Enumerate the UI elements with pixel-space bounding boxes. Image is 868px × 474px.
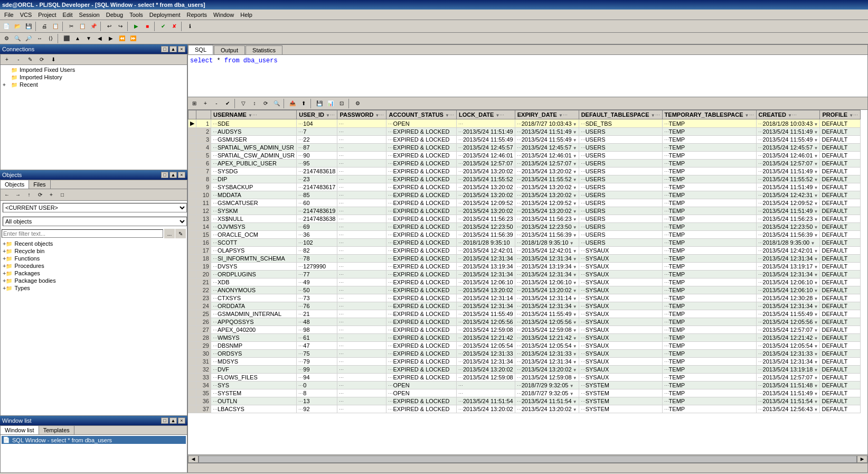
expand-default_tablespace-btn[interactable]: ⋯ (581, 336, 586, 341)
expand-username-btn[interactable]: ⋯ (213, 193, 218, 198)
print-btn[interactable]: 🖨 (39, 22, 50, 31)
expand-user_id-btn[interactable]: ⋯ (298, 328, 303, 333)
expand-password-btn[interactable]: ⋯ (339, 312, 344, 317)
table-row[interactable]: 37⋯LBACSYS⋯92⋯ ⋯EXPIRED & LOCKED⋯2013/5/… (188, 405, 861, 413)
expand-default_tablespace-btn[interactable]: ⋯ (581, 161, 586, 166)
table-row[interactable]: 30⋯ORDSYS⋯75⋯ ⋯EXPIRED & LOCKED⋯2013/5/2… (188, 350, 861, 358)
tree-functions[interactable]: + 📁 Functions (2, 255, 186, 262)
expand-lock_date-btn[interactable]: ⋯ (458, 343, 463, 349)
expand-created-btn[interactable]: ⋯ (758, 256, 763, 262)
expand-expiry_date-btn[interactable]: ⋯ (517, 145, 522, 151)
expand-user_id-btn[interactable]: ⋯ (298, 225, 303, 230)
expand-lock_date-btn[interactable]: ⋯ (458, 407, 463, 412)
obj-refresh-btn[interactable]: ⟳ (35, 190, 45, 200)
expand-password-btn[interactable]: ⋯ (339, 225, 344, 230)
table-row[interactable]: 18⋯SI_INFORMTN_SCHEMA⋯78⋯ ⋯EXPIRED & LOC… (188, 255, 861, 263)
tb2-12[interactable]: ⏩ (128, 34, 138, 43)
res-refresh-btn[interactable]: ⟳ (260, 99, 271, 108)
expand-user_id-btn[interactable]: ⋯ (298, 193, 303, 198)
col-userid[interactable]: USER_ID ▼⋯ (297, 110, 337, 119)
table-row[interactable]: ▶1⋯SDE⋯104⋯ ⋯OPEN⋯ ⋯2018/7/27 10:03:43 ▼… (188, 119, 861, 128)
conn-float-btn[interactable]: ▲ (169, 46, 177, 52)
sql-editor[interactable]: select * from dba_users (188, 55, 867, 97)
tb2-8[interactable]: ▼ (83, 34, 94, 43)
expand-lock_date-btn[interactable]: ⋯ (458, 240, 463, 246)
obj-forward-btn[interactable]: → (13, 190, 23, 200)
expand-user_id-btn[interactable]: ⋯ (298, 399, 303, 404)
expand-password-btn[interactable]: ⋯ (339, 407, 344, 412)
expand-default_tablespace-btn[interactable]: ⋯ (581, 122, 586, 127)
expand-username-btn[interactable]: ⋯ (213, 351, 218, 357)
expand-expiry_date-btn[interactable]: ⋯ (517, 367, 522, 373)
table-row[interactable]: 35⋯SYSTEM⋯8⋯ ⋯OPEN⋯ ⋯2018/7/27 9:32:05 ▼… (188, 389, 861, 397)
expand-created-btn[interactable]: ⋯ (758, 137, 763, 143)
expand-password-btn[interactable]: ⋯ (339, 129, 344, 135)
expand-expiry_date-btn[interactable]: ⋯ (517, 343, 522, 349)
expand-expiry_date-btn[interactable]: ⋯ (517, 129, 522, 135)
expand-lock_date-btn[interactable]: ⋯ (458, 375, 463, 380)
expand-temporary_tablespace-btn[interactable]: ⋯ (664, 367, 669, 373)
expand-temporary_tablespace-btn[interactable]: ⋯ (664, 407, 669, 412)
expand-username-btn[interactable]: ⋯ (213, 169, 218, 174)
expand-created-btn[interactable]: ⋯ (758, 233, 763, 238)
expand-created-btn[interactable]: ⋯ (758, 122, 763, 127)
expand-password-btn[interactable]: ⋯ (339, 399, 344, 404)
expand-password-btn[interactable]: ⋯ (339, 177, 344, 182)
obj-add-btn[interactable]: + (46, 190, 56, 200)
expand-user_id-btn[interactable]: ⋯ (298, 169, 303, 174)
table-row[interactable]: 34⋯SYS⋯0⋯ ⋯OPEN⋯ ⋯2018/7/29 9:32:05 ▼⋯SY… (188, 382, 861, 389)
expand-temporary_tablespace-btn[interactable]: ⋯ (664, 304, 669, 309)
expand-default_tablespace-btn[interactable]: ⋯ (581, 407, 586, 412)
expand-password-btn[interactable]: ⋯ (339, 359, 344, 365)
conn-imported-history[interactable]: 📁 Imported History (2, 73, 186, 81)
expand-expiry_date-btn[interactable]: ⋯ (517, 122, 522, 127)
menu-file[interactable]: File (1, 11, 17, 19)
expand-expiry_date-btn[interactable]: ⋯ (517, 233, 522, 238)
expand-lock_date-btn[interactable]: ⋯ (458, 122, 463, 127)
expand-expiry_date-btn[interactable]: ⋯ (517, 185, 522, 190)
expand-default_tablespace-btn[interactable]: ⋯ (581, 129, 586, 135)
commit-btn[interactable]: ✔ (158, 22, 168, 31)
filter-input[interactable] (2, 229, 163, 238)
wl-close-btn[interactable]: × (178, 417, 185, 424)
res-sort-btn[interactable]: ↕ (249, 99, 260, 108)
expand-created-btn[interactable]: ⋯ (758, 169, 763, 174)
expand-username-btn[interactable]: ⋯ (213, 375, 218, 380)
expand-default_tablespace-btn[interactable]: ⋯ (581, 383, 586, 388)
expand-user_id-btn[interactable]: ⋯ (298, 161, 303, 166)
expand-user_id-btn[interactable]: ⋯ (298, 375, 303, 380)
expand-created-btn[interactable]: ⋯ (758, 383, 763, 388)
expand-lock_date-btn[interactable]: ⋯ (458, 129, 463, 135)
obj-schema-btn[interactable]: □ (57, 190, 68, 200)
expand-password-btn[interactable]: ⋯ (339, 248, 344, 254)
menu-window[interactable]: Window (210, 11, 237, 19)
expand-password-btn[interactable]: ⋯ (339, 217, 344, 222)
tab-statistics[interactable]: Statistics (246, 45, 282, 54)
expand-temporary_tablespace-btn[interactable]: ⋯ (664, 264, 669, 269)
tb2-10[interactable]: ▶ (106, 34, 116, 43)
menu-debug[interactable]: Debug (103, 11, 126, 19)
expand-default_tablespace-btn[interactable]: ⋯ (581, 304, 586, 309)
expand-username-btn[interactable]: ⋯ (213, 359, 218, 365)
expand-expiry_date-btn[interactable]: ⋯ (517, 240, 522, 246)
expand-password-btn[interactable]: ⋯ (339, 122, 344, 127)
expand-password-btn[interactable]: ⋯ (339, 264, 344, 269)
expand-password-btn[interactable]: ⋯ (339, 336, 344, 341)
expand-username-btn[interactable]: ⋯ (213, 336, 218, 341)
expand-user_id-btn[interactable]: ⋯ (298, 280, 303, 285)
expand-user_id-btn[interactable]: ⋯ (298, 137, 303, 143)
col-default-tablespace[interactable]: DEFAULT_TABLESPACE ▼⋯ (579, 110, 662, 119)
expand-user_id-btn[interactable]: ⋯ (298, 217, 303, 222)
table-row[interactable]: 33⋯FLOWS_FILES⋯94⋯ ⋯EXPIRED & LOCKED⋯201… (188, 374, 861, 382)
res-print-btn[interactable]: ⬆ (298, 99, 309, 108)
expand-expiry_date-btn[interactable]: ⋯ (517, 407, 522, 412)
expand-default_tablespace-btn[interactable]: ⋯ (581, 153, 586, 159)
expand-default_tablespace-btn[interactable]: ⋯ (581, 391, 586, 396)
copy-btn[interactable]: 📋 (77, 22, 88, 31)
expand-user_id-btn[interactable]: ⋯ (298, 145, 303, 151)
expand-password-btn[interactable]: ⋯ (339, 391, 344, 396)
print2-btn[interactable]: 📋 (50, 22, 61, 31)
expand-user_id-btn[interactable]: ⋯ (298, 304, 303, 309)
expand-default_tablespace-btn[interactable]: ⋯ (581, 225, 586, 230)
expand-username-btn[interactable]: ⋯ (213, 383, 218, 388)
